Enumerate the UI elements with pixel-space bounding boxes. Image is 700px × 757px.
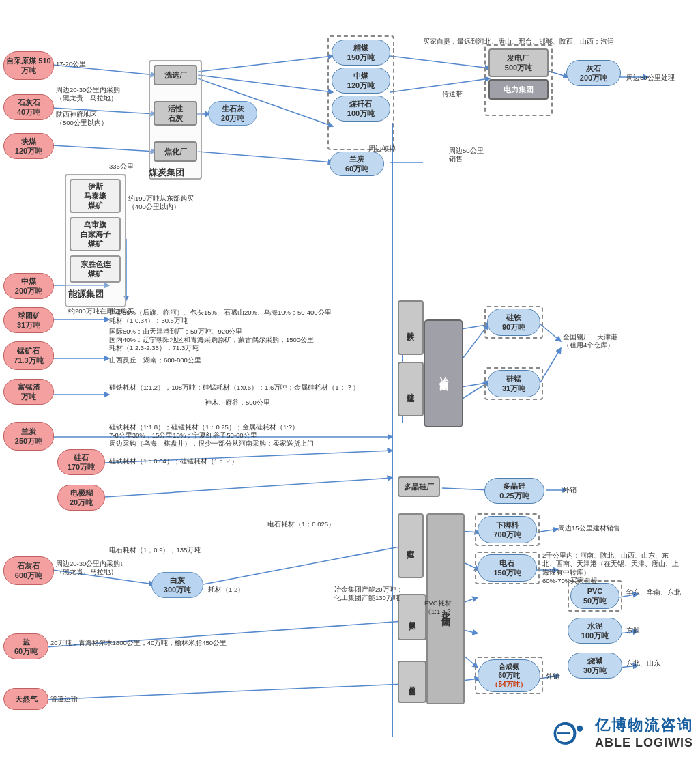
node-dianchang: 发电厂500万吨 <box>488 48 549 77</box>
node-fumang: 富锰渣万吨 <box>3 379 54 405</box>
node-langui-60: 兰炭60万吨 <box>330 152 384 176</box>
svg-line-8 <box>390 56 490 68</box>
node-huishi: 灰石200万吨 <box>566 60 621 86</box>
node-xixuan: 洗选厂 <box>154 65 197 85</box>
ann-zhoubian-50-xiaoshou: 周边50公里销售 <box>449 147 484 164</box>
svg-line-19 <box>540 348 561 382</box>
node-shensheng: 生石灰20万吨 <box>208 101 257 126</box>
node-yejin-group: 冶金集团 <box>424 319 463 427</box>
ann-dongsheng: 东胜 <box>626 627 640 635</box>
node-jiaohua: 焦化厂 <box>154 141 197 162</box>
ann-zhoubian-20-30: 周边20-30公里内采购（黑龙贵、马拉地） <box>56 86 120 103</box>
node-shihuishi-600: 石灰石600万吨 <box>3 556 54 585</box>
ann-shaanxi: 陕西神府地区（500公里以内） <box>56 111 108 128</box>
ann-dianshi-haocai2: 电石耗材（1；0.9）；135万吨 <box>109 546 201 554</box>
node-wushen: 乌审旗白家海子煤矿 <box>70 217 121 251</box>
ann-zhoubian-30: 周边20-30公里内采购↓（黑龙贵、马拉地） <box>56 560 123 577</box>
ann-2000km: 2千公里内：河南、陕北、山西、山东、东北、西南、天津港（在无锡、天津、唐山、上海… <box>542 552 679 585</box>
ann-huadong: 华东、华南、东北 <box>626 588 681 597</box>
node-tiekuang: 锰矿石71.3万吨 <box>3 341 54 370</box>
ann-haocai-baihui: 耗材（1:2） <box>208 586 244 594</box>
node-shihuishi: 石灰石40万吨 <box>3 94 54 120</box>
node-xiajiaoliao: 下脚料700万吨 <box>478 516 537 543</box>
node-pvc: PVC50万吨 <box>570 583 619 609</box>
logo-cn: 亿博物流咨询 <box>595 715 693 736</box>
svg-line-7 <box>198 152 333 162</box>
svg-line-2 <box>53 145 156 152</box>
node-guimeng-out: 硅锰31万吨 <box>487 370 540 397</box>
svg-line-37 <box>46 684 403 700</box>
ann-guonei: 国内40%：辽宁朝阳地区和青海采购原矿；蒙古偶尔采购；1500公里 <box>109 336 314 344</box>
logo-en: ABLE LOGIWIS <box>595 736 693 750</box>
svg-line-20 <box>442 488 490 490</box>
logo-area: 亿博物流咨询 ABLE LOGIWIS <box>551 715 693 750</box>
hechengna-dashed: 合成氨60万吨（54万吨） <box>475 657 543 694</box>
svg-line-41 <box>105 478 392 497</box>
node-dianli-group: 电力集团 <box>488 79 549 100</box>
node-tianran-factory: 天然气化工 <box>398 661 426 703</box>
node-duojingui-out: 多晶硅0.25万吨 <box>484 478 544 504</box>
ann-guitie-haocai: 硅铁耗材（1:1.2），108万吨；硅锰耗材（1:0.6）：1.6万吨；金属硅耗… <box>109 384 360 392</box>
svg-line-18 <box>540 324 561 341</box>
node-zhongmei: 中煤120万吨 <box>332 68 390 94</box>
ann-haocai-guishi: 硅铁耗材（1：0.04）；硅锰耗材（1：？） <box>109 457 238 466</box>
page-container: 自采原煤 510万吨 石灰石40万吨 块煤120万吨 伊斯马泰壕煤矿 乌审旗白家… <box>0 0 700 757</box>
node-jianjian: 烧碱30万吨 <box>568 653 622 679</box>
node-dianshi-out: 电石150万吨 <box>478 554 537 582</box>
node-guimeng-factory: 硅锰厂 <box>398 362 424 416</box>
svg-line-35 <box>203 546 403 584</box>
node-guitie-out: 硅铁90万吨 <box>487 309 540 336</box>
ann-7-8: 7-8公里30%，15公里10%；宁夏红谷子50-60公里 <box>109 431 257 440</box>
node-yan: 盐60万吨 <box>3 633 48 659</box>
logo-icon <box>551 716 592 750</box>
node-dianshi-factory: 电石厂 <box>398 513 424 578</box>
ann-yan-distance: 20万吨；青海格尔木1800公里；40万吨；榆林米脂450公里 <box>50 639 227 647</box>
ann-guitie-haocai2: 硅铁耗材（1:1.8）；硅锰耗材（1：0.25）；金属硅耗材（1:?） <box>109 423 299 431</box>
ann-zhoubian-caigou: 周边采购（乌海、棋盘井），很少一部分从河南采购；卖家送货上门 <box>109 440 314 448</box>
ann-haocai1: 耗材（1:0.34）：30.6万吨 <box>109 317 188 325</box>
ann-bameng: 巴盟55%（后旗、临河）、包头15%、石嘴山20%、乌海10%；50-400公里 <box>109 309 332 317</box>
ann-zhoubian-qingdao: 周边倾掉 <box>368 145 396 153</box>
ann-dongbei: 东北、山东 <box>626 659 660 668</box>
ann-pipeline: 管道运输 <box>50 695 78 703</box>
ann-waixiao2: 外销 <box>546 672 559 681</box>
node-guitie-factory: 硅铁厂 <box>398 300 424 355</box>
ann-dianshi-haocai: 电石耗材（1；0.025） <box>267 520 335 528</box>
node-qiukuang: 球团矿31万吨 <box>3 307 54 333</box>
node-meikuang: 块煤120万吨 <box>3 133 54 159</box>
ann-shanxi: 山西灵丘、湖南；600-800公里 <box>109 356 201 365</box>
ann-zhoubian-50-chuli: 周边50公里处理 <box>626 74 675 82</box>
node-duojingui-factory: 多晶硅厂 <box>398 476 440 497</box>
dianchang-dashed-box: 发电厂500万吨 电力集团 <box>484 44 553 116</box>
node-zhongmei-200: 中煤200万吨 <box>3 273 54 299</box>
meitan-label: 煤炭集团 <box>149 167 184 179</box>
ann-zhoubian-15: 周边15公里建材销售 <box>558 524 620 532</box>
svg-line-9 <box>390 78 490 92</box>
ann-waixiao: 外销 <box>563 486 577 494</box>
node-hechengna: 合成氨60万吨（54万吨） <box>478 659 540 692</box>
ann-buyer-self: 买家自提，最远到河北、唐山、邢台、邯郸、陕西、山西；汽运 <box>423 38 614 46</box>
node-meikeshi: 煤矸石100万吨 <box>332 96 390 122</box>
svg-line-4 <box>198 56 333 72</box>
ann-17-20: 17-20公里 <box>56 60 86 68</box>
xiajiaoliao-dashed: 下脚料700万吨 <box>475 513 540 546</box>
guimeng-dashed: 硅锰31万吨 <box>484 367 543 400</box>
node-yiran: 伊斯马泰壕煤矿 <box>70 179 121 213</box>
node-dongshen: 东胜色连煤矿 <box>70 255 121 283</box>
ann-336: 336公里 <box>109 162 134 171</box>
ann-chuansongdai: 传送带 <box>442 90 463 98</box>
products-dashed-box: 精煤150万吨 中煤120万吨 煤矸石100万吨 <box>327 35 394 150</box>
node-huoxing: 活性石灰 <box>154 101 197 126</box>
ann-yejin-chanliang: 冶金集团产能20万吨；化工集团产能130万吨 <box>334 586 403 603</box>
svg-point-49 <box>577 725 583 731</box>
node-zicai: 自采原煤 510万吨 <box>3 51 54 80</box>
node-dianjie: 电极糊20万吨 <box>57 485 105 511</box>
ann-190: 约190万吨从东部购买（400公里以内） <box>128 195 194 212</box>
logo-text-block: 亿博物流咨询 ABLE LOGIWIS <box>595 715 693 750</box>
node-jingmei: 精煤150万吨 <box>332 40 390 66</box>
node-langui-250: 兰炭250万吨 <box>3 422 54 451</box>
node-guishi: 硅石170万吨 <box>57 449 105 475</box>
ann-quanguo-gang: 全国钢厂、天津港（租用4个仓库） <box>563 333 617 350</box>
node-baihui: 白灰300万吨 <box>151 572 203 598</box>
ann-haocai2: 耗材（1:2.3-2.35）：71.3万吨 <box>109 344 199 352</box>
